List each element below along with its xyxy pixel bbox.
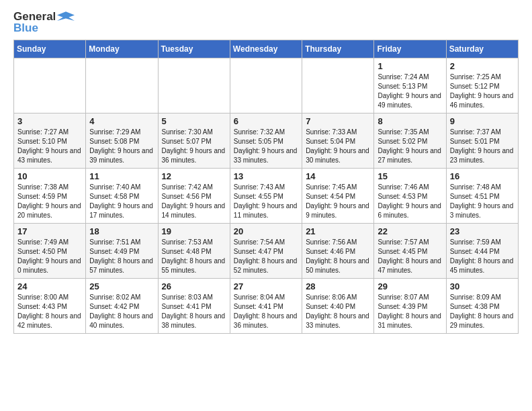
calendar-header-wednesday: Wednesday — [230, 40, 302, 58]
calendar-cell: 1Sunrise: 7:24 AM Sunset: 5:13 PM Daylig… — [374, 58, 446, 113]
calendar-cell: 11Sunrise: 7:40 AM Sunset: 4:58 PM Dayli… — [86, 169, 158, 224]
day-number: 13 — [234, 171, 298, 181]
day-info: Sunrise: 7:33 AM Sunset: 5:04 PM Dayligh… — [306, 128, 370, 165]
calendar-cell: 30Sunrise: 8:09 AM Sunset: 4:38 PM Dayli… — [446, 279, 518, 334]
calendar-cell: 8Sunrise: 7:35 AM Sunset: 5:02 PM Daylig… — [374, 113, 446, 169]
calendar-cell: 7Sunrise: 7:33 AM Sunset: 5:04 PM Daylig… — [302, 113, 374, 169]
calendar-cell — [158, 58, 230, 113]
calendar-cell: 12Sunrise: 7:42 AM Sunset: 4:56 PM Dayli… — [158, 169, 230, 224]
calendar-cell: 19Sunrise: 7:53 AM Sunset: 4:48 PM Dayli… — [158, 224, 230, 279]
calendar-header-tuesday: Tuesday — [158, 40, 230, 58]
day-info: Sunrise: 7:51 AM Sunset: 4:49 PM Dayligh… — [89, 238, 154, 275]
day-number: 29 — [378, 281, 442, 291]
calendar-header-friday: Friday — [374, 40, 446, 58]
day-number: 11 — [89, 171, 154, 181]
calendar-week-3: 10Sunrise: 7:38 AM Sunset: 4:59 PM Dayli… — [14, 169, 519, 224]
calendar-cell: 21Sunrise: 7:56 AM Sunset: 4:46 PM Dayli… — [302, 224, 374, 279]
day-number: 5 — [162, 116, 226, 126]
day-info: Sunrise: 8:03 AM Sunset: 4:41 PM Dayligh… — [162, 293, 226, 330]
page: General Blue SundayMondayTuesdayWednesda… — [0, 0, 532, 340]
day-number: 8 — [378, 116, 442, 126]
calendar-week-1: 1Sunrise: 7:24 AM Sunset: 5:13 PM Daylig… — [14, 58, 519, 113]
calendar-cell: 14Sunrise: 7:45 AM Sunset: 4:54 PM Dayli… — [302, 169, 374, 224]
day-info: Sunrise: 7:42 AM Sunset: 4:56 PM Dayligh… — [162, 183, 226, 220]
calendar-cell — [14, 58, 86, 113]
header: General Blue — [13, 11, 519, 34]
calendar-week-2: 3Sunrise: 7:27 AM Sunset: 5:10 PM Daylig… — [14, 113, 519, 169]
calendar: SundayMondayTuesdayWednesdayThursdayFrid… — [13, 40, 519, 334]
calendar-cell: 22Sunrise: 7:57 AM Sunset: 4:45 PM Dayli… — [374, 224, 446, 279]
day-info: Sunrise: 8:06 AM Sunset: 4:40 PM Dayligh… — [306, 293, 370, 330]
day-number: 22 — [378, 226, 442, 236]
day-number: 2 — [450, 61, 515, 71]
day-number: 10 — [17, 171, 82, 181]
day-number: 6 — [234, 116, 298, 126]
calendar-header-sunday: Sunday — [14, 40, 86, 58]
calendar-cell: 16Sunrise: 7:48 AM Sunset: 4:51 PM Dayli… — [446, 169, 518, 224]
day-info: Sunrise: 7:53 AM Sunset: 4:48 PM Dayligh… — [162, 238, 226, 275]
day-info: Sunrise: 7:30 AM Sunset: 5:07 PM Dayligh… — [162, 128, 226, 165]
calendar-cell — [230, 58, 302, 113]
day-info: Sunrise: 7:56 AM Sunset: 4:46 PM Dayligh… — [306, 238, 370, 275]
day-info: Sunrise: 7:29 AM Sunset: 5:08 PM Dayligh… — [89, 128, 154, 165]
day-number: 27 — [234, 281, 298, 291]
day-number: 25 — [89, 281, 154, 291]
day-number: 28 — [306, 281, 370, 291]
day-info: Sunrise: 8:07 AM Sunset: 4:39 PM Dayligh… — [378, 293, 442, 330]
calendar-cell: 3Sunrise: 7:27 AM Sunset: 5:10 PM Daylig… — [14, 113, 86, 169]
day-info: Sunrise: 7:46 AM Sunset: 4:53 PM Dayligh… — [378, 183, 442, 220]
day-info: Sunrise: 7:48 AM Sunset: 4:51 PM Dayligh… — [450, 183, 515, 220]
day-number: 1 — [378, 61, 442, 71]
day-number: 20 — [234, 226, 298, 236]
day-number: 26 — [162, 281, 226, 291]
calendar-cell: 28Sunrise: 8:06 AM Sunset: 4:40 PM Dayli… — [302, 279, 374, 334]
day-info: Sunrise: 7:35 AM Sunset: 5:02 PM Dayligh… — [378, 128, 442, 165]
day-info: Sunrise: 7:32 AM Sunset: 5:05 PM Dayligh… — [234, 128, 298, 165]
day-number: 18 — [89, 226, 154, 236]
calendar-cell: 25Sunrise: 8:02 AM Sunset: 4:42 PM Dayli… — [86, 279, 158, 334]
calendar-cell: 4Sunrise: 7:29 AM Sunset: 5:08 PM Daylig… — [86, 113, 158, 169]
calendar-week-5: 24Sunrise: 8:00 AM Sunset: 4:43 PM Dayli… — [14, 279, 519, 334]
day-info: Sunrise: 7:59 AM Sunset: 4:44 PM Dayligh… — [450, 238, 515, 275]
day-info: Sunrise: 8:00 AM Sunset: 4:43 PM Dayligh… — [17, 293, 82, 330]
day-number: 12 — [162, 171, 226, 181]
day-info: Sunrise: 7:40 AM Sunset: 4:58 PM Dayligh… — [89, 183, 154, 220]
calendar-cell — [86, 58, 158, 113]
day-number: 7 — [306, 116, 370, 126]
day-info: Sunrise: 7:45 AM Sunset: 4:54 PM Dayligh… — [306, 183, 370, 220]
calendar-cell: 20Sunrise: 7:54 AM Sunset: 4:47 PM Dayli… — [230, 224, 302, 279]
calendar-header-thursday: Thursday — [302, 40, 374, 58]
calendar-header-saturday: Saturday — [446, 40, 518, 58]
day-info: Sunrise: 7:25 AM Sunset: 5:12 PM Dayligh… — [450, 73, 515, 110]
calendar-cell: 9Sunrise: 7:37 AM Sunset: 5:01 PM Daylig… — [446, 113, 518, 169]
day-number: 15 — [378, 171, 442, 181]
calendar-cell: 13Sunrise: 7:43 AM Sunset: 4:55 PM Dayli… — [230, 169, 302, 224]
day-info: Sunrise: 7:27 AM Sunset: 5:10 PM Dayligh… — [17, 128, 82, 165]
day-info: Sunrise: 7:57 AM Sunset: 4:45 PM Dayligh… — [378, 238, 442, 275]
logo-blue-text: Blue — [13, 22, 75, 35]
calendar-cell: 23Sunrise: 7:59 AM Sunset: 4:44 PM Dayli… — [446, 224, 518, 279]
day-info: Sunrise: 7:37 AM Sunset: 5:01 PM Dayligh… — [450, 128, 515, 165]
calendar-cell: 15Sunrise: 7:46 AM Sunset: 4:53 PM Dayli… — [374, 169, 446, 224]
calendar-cell: 27Sunrise: 8:04 AM Sunset: 4:41 PM Dayli… — [230, 279, 302, 334]
day-number: 21 — [306, 226, 370, 236]
day-info: Sunrise: 7:38 AM Sunset: 4:59 PM Dayligh… — [17, 183, 82, 220]
calendar-header-monday: Monday — [86, 40, 158, 58]
calendar-cell: 29Sunrise: 8:07 AM Sunset: 4:39 PM Dayli… — [374, 279, 446, 334]
day-number: 16 — [450, 171, 515, 181]
day-number: 4 — [89, 116, 154, 126]
calendar-cell: 5Sunrise: 7:30 AM Sunset: 5:07 PM Daylig… — [158, 113, 230, 169]
calendar-cell: 24Sunrise: 8:00 AM Sunset: 4:43 PM Dayli… — [14, 279, 86, 334]
day-info: Sunrise: 8:09 AM Sunset: 4:38 PM Dayligh… — [450, 293, 515, 330]
day-info: Sunrise: 7:24 AM Sunset: 5:13 PM Dayligh… — [378, 73, 442, 110]
day-number: 3 — [17, 116, 82, 126]
calendar-cell: 2Sunrise: 7:25 AM Sunset: 5:12 PM Daylig… — [446, 58, 518, 113]
logo-container: General Blue — [13, 11, 75, 34]
calendar-week-4: 17Sunrise: 7:49 AM Sunset: 4:50 PM Dayli… — [14, 224, 519, 279]
day-number: 19 — [162, 226, 226, 236]
calendar-cell: 10Sunrise: 7:38 AM Sunset: 4:59 PM Dayli… — [14, 169, 86, 224]
day-number: 23 — [450, 226, 515, 236]
calendar-cell: 26Sunrise: 8:03 AM Sunset: 4:41 PM Dayli… — [158, 279, 230, 334]
day-number: 17 — [17, 226, 82, 236]
calendar-cell — [302, 58, 374, 113]
